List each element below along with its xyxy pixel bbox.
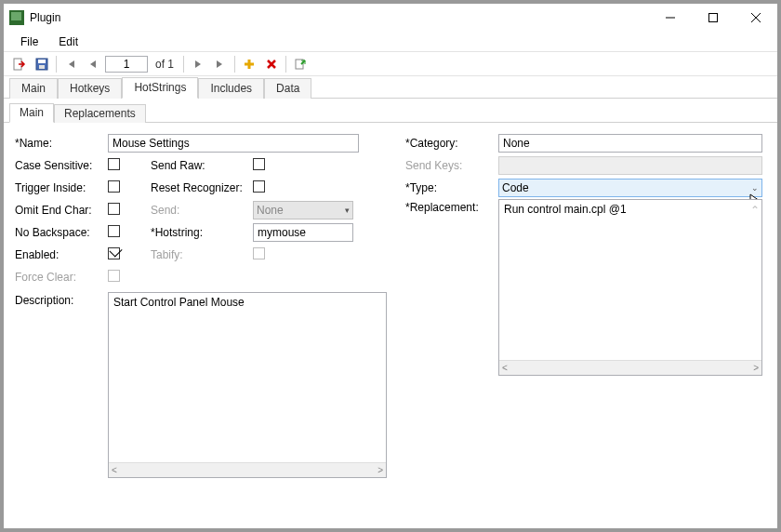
reset-recognizer-checkbox[interactable] <box>253 180 265 193</box>
separator <box>234 56 235 73</box>
label-description: Description: <box>15 292 108 307</box>
close-button[interactable] <box>735 4 777 32</box>
force-clear-checkbox <box>108 270 120 282</box>
save-button[interactable] <box>32 54 52 74</box>
horizontal-scrollbar[interactable]: <> <box>109 462 386 477</box>
label-type: *Type: <box>405 181 498 194</box>
window-title: Plugin <box>30 11 60 24</box>
label-omit-end-char: Omit End Char: <box>15 204 108 217</box>
menu-file[interactable]: File <box>11 33 47 50</box>
svg-rect-1 <box>709 14 718 22</box>
replacement-value: Run control main.cpl @1 <box>504 203 757 363</box>
label-case-sensitive: Case Sensitive: <box>15 159 108 172</box>
description-value: Start Control Panel Mouse <box>113 296 381 465</box>
omit-end-char-checkbox[interactable] <box>108 203 120 215</box>
tabify-checkbox <box>253 247 265 259</box>
separator <box>285 56 286 73</box>
minimize-button[interactable] <box>649 4 692 32</box>
case-sensitive-checkbox[interactable] <box>108 158 120 170</box>
form-content: *Name: Case Sensitive: Send Raw: Trigger… <box>4 123 777 528</box>
maximize-button[interactable] <box>692 4 735 32</box>
send-dropdown: None ▾ <box>253 201 353 219</box>
svg-rect-7 <box>39 65 45 69</box>
tab-main[interactable]: Main <box>9 78 58 99</box>
label-reset-recognizer: Reset Recognizer: <box>151 181 253 194</box>
category-input[interactable] <box>498 134 762 153</box>
horizontal-scrollbar[interactable]: <> <box>499 360 761 375</box>
inner-tab-main[interactable]: Main <box>9 103 54 123</box>
vertical-scroll-up-icon[interactable]: ⌃ <box>750 204 760 217</box>
import-button[interactable] <box>9 54 30 74</box>
label-hotstring: *Hotstring: <box>151 226 253 239</box>
label-replacement: *Replacement: <box>405 199 498 214</box>
label-send-keys: Send Keys: <box>405 159 498 172</box>
label-enabled: Enabled: <box>15 248 108 261</box>
svg-rect-6 <box>38 60 46 63</box>
page-of-label: of 1 <box>155 58 174 71</box>
nav-last-button[interactable] <box>210 54 231 74</box>
tab-data[interactable]: Data <box>264 78 311 99</box>
send-raw-checkbox[interactable] <box>253 158 265 170</box>
inner-tab-replacements[interactable]: Replacements <box>54 104 146 123</box>
tab-hotkeys[interactable]: Hotkeys <box>58 78 122 99</box>
hotstring-input[interactable] <box>253 223 353 242</box>
refresh-button[interactable] <box>290 54 311 74</box>
chevron-down-icon: ▾ <box>345 206 350 215</box>
label-no-backspace: No Backspace: <box>15 226 108 239</box>
toolbar: of 1 <box>4 52 777 76</box>
type-dropdown[interactable]: Code ⌄ <box>498 179 762 197</box>
nav-first-button[interactable] <box>60 54 81 74</box>
delete-button[interactable] <box>261 54 282 74</box>
outer-tabbar: Main Hotkeys HotStrings Includes Data <box>4 76 777 99</box>
titlebar: Plugin <box>4 4 777 32</box>
replacement-textarea[interactable]: ⌃ Run control main.cpl @1 <> <box>498 199 762 376</box>
tab-includes[interactable]: Includes <box>198 78 264 99</box>
enabled-checkbox[interactable] <box>108 247 120 259</box>
tab-hotstrings[interactable]: HotStrings <box>122 77 198 99</box>
inner-tabbar: Main Replacements <box>4 102 777 123</box>
label-category: *Category: <box>405 137 498 150</box>
separator <box>183 56 184 73</box>
description-textarea[interactable]: Start Control Panel Mouse <> <box>108 292 387 478</box>
nav-prev-button[interactable] <box>83 54 103 74</box>
no-backspace-checkbox[interactable] <box>108 225 120 237</box>
type-dropdown-value: Code <box>502 181 529 194</box>
send-dropdown-value: None <box>257 204 284 217</box>
trigger-inside-checkbox[interactable] <box>108 180 120 193</box>
add-button[interactable] <box>239 54 259 74</box>
label-send: Send: <box>151 204 253 217</box>
menubar: File Edit <box>4 32 777 52</box>
name-input[interactable] <box>108 134 359 153</box>
nav-next-button[interactable] <box>188 54 208 74</box>
label-trigger-inside: Trigger Inside: <box>15 181 108 194</box>
page-number-input[interactable] <box>105 56 148 73</box>
chevron-down-icon: ⌄ <box>751 183 759 193</box>
send-keys-input <box>498 156 762 175</box>
label-send-raw: Send Raw: <box>151 159 253 172</box>
label-name: *Name: <box>15 137 108 150</box>
label-tabify: Tabify: <box>151 248 253 261</box>
app-icon <box>9 10 24 25</box>
separator <box>56 56 57 73</box>
menu-edit[interactable]: Edit <box>49 33 87 50</box>
label-force-clear: Force Clear: <box>15 271 108 284</box>
